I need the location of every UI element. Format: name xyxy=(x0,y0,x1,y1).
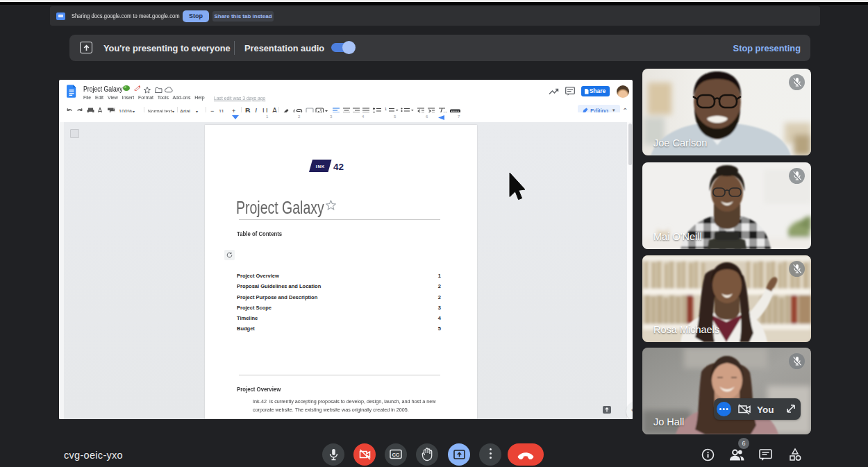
svg-text:CC: CC xyxy=(392,452,399,458)
svg-text:INK: INK xyxy=(316,164,326,169)
svg-text:42: 42 xyxy=(333,162,344,172)
svg-text:1: 1 xyxy=(385,107,387,111)
